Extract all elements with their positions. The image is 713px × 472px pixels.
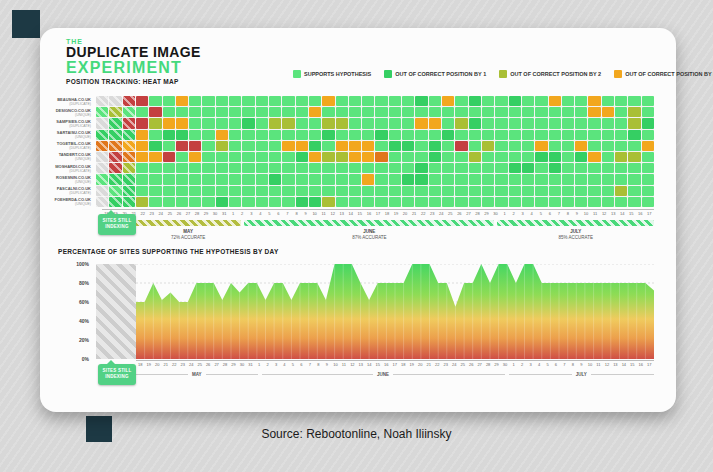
heatmap-cell bbox=[282, 107, 294, 117]
heatmap-cell bbox=[269, 107, 281, 117]
heatmap-cell bbox=[123, 186, 135, 196]
heatmap-cell bbox=[628, 118, 640, 128]
heatmap-cell bbox=[96, 186, 108, 196]
axis-tick-label: 26 bbox=[174, 210, 183, 217]
month-name: JULY bbox=[576, 372, 587, 377]
legend-item-label: OUT OF CORRECT POSITION BY 2 bbox=[510, 71, 601, 77]
heatmap-cell bbox=[256, 197, 268, 207]
heatmap-cell bbox=[615, 197, 627, 207]
heatmap-cell bbox=[123, 96, 135, 106]
axis-tick-label: 17 bbox=[391, 361, 399, 368]
source-caption: Source: Rebootonline, Noah Iliinsky bbox=[0, 427, 713, 441]
heatmap-cell bbox=[229, 174, 241, 184]
heatmap-cell bbox=[549, 186, 561, 196]
heatmap-cell bbox=[296, 130, 308, 140]
heatmap-cell bbox=[642, 118, 654, 128]
heatmap-cell bbox=[602, 130, 614, 140]
heatmap-cell bbox=[402, 186, 414, 196]
heatmap-cell bbox=[96, 118, 108, 128]
heatmap-cell bbox=[163, 130, 175, 140]
heatmap-cell bbox=[149, 96, 161, 106]
heatmap-cell bbox=[455, 107, 467, 117]
heatmap-cell bbox=[509, 174, 521, 184]
axis-tick-label: 16 bbox=[382, 361, 390, 368]
heatmap-cell bbox=[602, 152, 614, 162]
heatmap-day-axis: 1819202122232425262728293031123456789101… bbox=[102, 209, 654, 217]
heatmap-cell bbox=[362, 141, 374, 151]
heatmap-cell bbox=[495, 186, 507, 196]
heatmap-cell bbox=[389, 118, 401, 128]
heatmap-cell bbox=[455, 186, 467, 196]
heatmap-cell bbox=[575, 118, 587, 128]
heatmap-cell bbox=[96, 197, 108, 207]
heatmap-cell bbox=[522, 174, 534, 184]
axis-tick-label: 9 bbox=[577, 361, 585, 368]
heatmap-cell bbox=[442, 186, 454, 196]
heatmap-cell bbox=[362, 96, 374, 106]
site-variant: (DUPLICATE) bbox=[69, 102, 91, 106]
heatmap-cell bbox=[415, 163, 427, 173]
axis-tick-label: 28 bbox=[192, 210, 201, 217]
heatmap-cell bbox=[615, 152, 627, 162]
heatmap-cell bbox=[163, 96, 175, 106]
heatmap-cell bbox=[522, 130, 534, 140]
heatmap-cell bbox=[455, 96, 467, 106]
heatmap-cell bbox=[482, 152, 494, 162]
y-axis-tick-label: 0% bbox=[82, 356, 89, 362]
heatmap-cell bbox=[189, 174, 201, 184]
heatmap-cell bbox=[296, 197, 308, 207]
axis-tick-label: 3 bbox=[247, 210, 256, 217]
heatmap-cell bbox=[123, 118, 135, 128]
heatmap-cell bbox=[96, 174, 108, 184]
heatmap-cell bbox=[588, 107, 600, 117]
heatmap-cell bbox=[242, 152, 254, 162]
heatmap-cell bbox=[229, 130, 241, 140]
heatmap-cell bbox=[442, 141, 454, 151]
axis-tick-label: 31 bbox=[220, 210, 229, 217]
heatmap-cell bbox=[309, 107, 321, 117]
area-plot bbox=[96, 264, 654, 359]
heatmap-cell bbox=[562, 141, 574, 151]
legend-item-label: OUT OF CORRECT POSITION BY 3 bbox=[625, 71, 713, 77]
axis-tick-label: 10 bbox=[310, 210, 319, 217]
heatmap-cell bbox=[389, 141, 401, 151]
heatmap-cell bbox=[229, 197, 241, 207]
heatmap-cell bbox=[402, 174, 414, 184]
axis-tick-label: 4 bbox=[527, 210, 536, 217]
month-label-segment: MAY bbox=[136, 372, 258, 377]
heatmap-cell bbox=[176, 118, 188, 128]
heatmap-cell bbox=[362, 107, 374, 117]
heatmap-cell bbox=[402, 118, 414, 128]
heatmap-cell bbox=[429, 197, 441, 207]
axis-tick-label: 30 bbox=[238, 361, 246, 368]
heatmap-cell bbox=[575, 186, 587, 196]
heatmap-cell bbox=[415, 141, 427, 151]
heatmap-cell bbox=[309, 141, 321, 151]
heatmap-cell bbox=[149, 174, 161, 184]
rule-line bbox=[206, 374, 258, 375]
heatmap-cell bbox=[136, 186, 148, 196]
legend-swatch-icon bbox=[293, 70, 301, 78]
heatmap-cell bbox=[189, 141, 201, 151]
axis-tick-label: 7 bbox=[554, 210, 563, 217]
heatmap-cell bbox=[442, 107, 454, 117]
heatmap-cell bbox=[469, 96, 481, 106]
heatmap-cell bbox=[549, 130, 561, 140]
heatmap-cell bbox=[242, 130, 254, 140]
heatmap-cell bbox=[216, 163, 228, 173]
heatmap-cell bbox=[602, 174, 614, 184]
heatmap-cell bbox=[202, 197, 214, 207]
heatmap-cell bbox=[455, 197, 467, 207]
heatmap-cell bbox=[429, 130, 441, 140]
heatmap-cell bbox=[163, 186, 175, 196]
header: THE DUPLICATE IMAGE EXPERIMENT POSITION … bbox=[66, 38, 201, 86]
heatmap-row-label: FOEHERDA.CO.UK(UNIQUE) bbox=[58, 196, 94, 207]
heatmap-cell bbox=[535, 186, 547, 196]
axis-tick-label: 16 bbox=[636, 210, 645, 217]
heatmap-cell bbox=[602, 197, 614, 207]
axis-tick-label: 30 bbox=[501, 361, 509, 368]
heatmap-cell bbox=[336, 130, 348, 140]
axis-tick-label: 16 bbox=[637, 361, 645, 368]
heatmap-cell bbox=[402, 130, 414, 140]
legend-swatch-icon bbox=[614, 70, 622, 78]
